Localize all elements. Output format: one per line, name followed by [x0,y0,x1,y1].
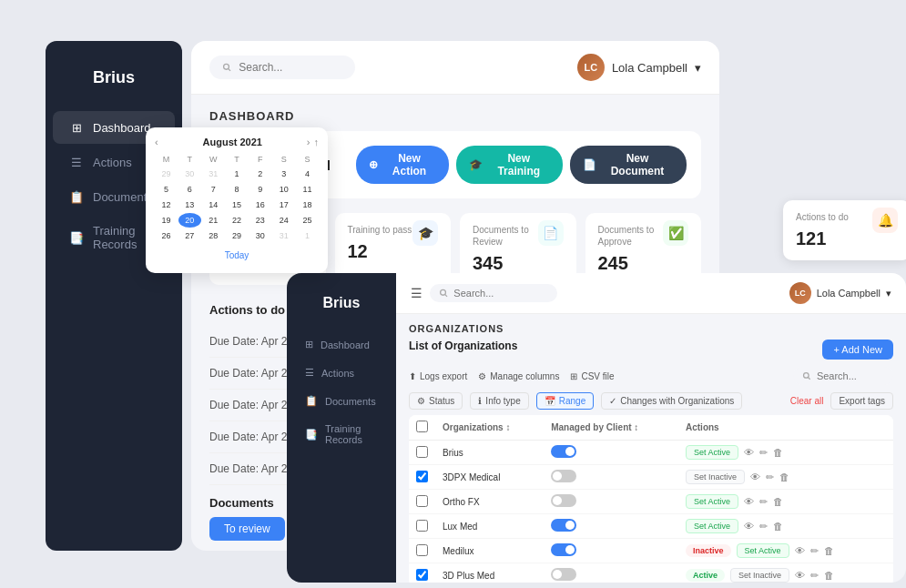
view-icon[interactable]: 👁 [795,570,805,581]
view-icon[interactable]: 👁 [744,496,754,507]
add-new-button[interactable]: + Add New [822,340,893,360]
delete-icon[interactable]: 🗑 [824,545,834,556]
org-table-search[interactable] [793,367,893,385]
calendar-day[interactable]: 15 [226,198,249,212]
calendar-day[interactable]: 5 [155,182,178,197]
manage-columns-button[interactable]: ⚙ Manage columns [478,371,559,381]
filter-status[interactable]: ⚙ Status [409,392,463,410]
edit-icon[interactable]: ✏ [810,570,819,582]
calendar-day[interactable]: 29 [155,167,178,181]
calendar-day[interactable]: 23 [249,213,271,228]
calendar-day[interactable]: 2 [249,167,271,181]
row-checkbox[interactable] [416,446,428,458]
delete-icon[interactable]: 🗑 [773,521,783,532]
calendar-day[interactable]: 25 [296,213,319,228]
filter-changes[interactable]: ✓ Changes with Organizations [601,392,742,410]
calendar-day[interactable]: 12 [155,198,178,212]
table-search-input[interactable] [817,370,884,381]
edit-icon[interactable]: ✏ [810,545,819,557]
calendar-day[interactable]: 28 [202,228,225,243]
calendar-day[interactable]: 4 [296,167,319,181]
managed-toggle[interactable] [551,568,576,581]
cal-next-button[interactable]: › [307,137,310,147]
search-input[interactable] [239,61,342,74]
set-active-button[interactable]: Set Active [686,445,738,460]
calendar-day[interactable]: 13 [178,198,201,212]
calendar-day[interactable]: 11 [296,182,319,197]
view-icon[interactable]: 👁 [744,521,754,532]
select-all-checkbox[interactable] [416,421,428,432]
edit-icon[interactable]: ✏ [759,496,768,508]
edit-icon[interactable]: ✏ [759,447,768,459]
edit-icon[interactable]: ✏ [759,521,768,532]
row-checkbox[interactable] [416,569,428,581]
new-action-button[interactable]: ⊕ New Action [356,146,450,184]
org-sidebar-item-training[interactable]: 📑 Training Records [292,416,391,452]
set-active-button[interactable]: Set Active [686,494,738,509]
calendar-day[interactable]: 30 [178,167,201,181]
calendar-day[interactable]: 16 [249,198,271,212]
hamburger-icon[interactable]: ☰ [411,286,422,300]
set-active-button[interactable]: Set Active [686,519,738,533]
calendar-day[interactable]: 26 [155,228,178,243]
export-tags-button[interactable]: Export tags [830,392,893,410]
calendar-day[interactable]: 27 [178,228,201,243]
org-search-box[interactable] [430,284,557,302]
clear-all-button[interactable]: Clear all [790,396,824,406]
calendar-day[interactable]: 21 [202,213,225,228]
today-button[interactable]: Today [155,247,319,264]
managed-toggle[interactable] [551,519,576,532]
row-checkbox[interactable] [416,495,428,507]
delete-icon[interactable]: 🗑 [824,570,834,581]
set-inactive-button[interactable]: Set Inactive [730,568,789,583]
row-checkbox[interactable] [416,520,428,532]
managed-toggle[interactable] [551,494,576,507]
calendar-day[interactable]: 1 [296,228,319,243]
set-inactive-button[interactable]: Set Inactive [686,470,745,484]
filter-info-type[interactable]: ℹ Info type [470,392,528,410]
new-document-button[interactable]: 📄 New Document [570,146,687,184]
calendar-day[interactable]: 14 [202,198,225,212]
managed-toggle[interactable] [551,445,576,458]
calendar-day[interactable]: 8 [226,182,249,197]
filter-range[interactable]: 📅 Range [536,392,594,410]
to-review-button[interactable]: To review [209,517,285,541]
delete-icon[interactable]: 🗑 [773,496,783,507]
calendar-day[interactable]: 29 [226,228,249,243]
calendar-day[interactable]: 3 [272,167,295,181]
calendar-day[interactable]: 17 [272,198,295,212]
calendar-day[interactable]: 6 [178,182,201,197]
calendar-day[interactable]: 10 [272,182,295,197]
view-icon[interactable]: 👁 [750,471,760,482]
csv-file-button[interactable]: ⊞ CSV file [570,371,614,381]
org-sidebar-item-actions[interactable]: ☰ Actions [292,360,391,386]
edit-icon[interactable]: ✏ [766,471,774,483]
calendar-day[interactable]: 30 [249,228,271,243]
new-training-button[interactable]: 🎓 New Training [456,146,563,184]
logs-export-button[interactable]: ⬆ Logs export [409,371,467,381]
calendar-day[interactable]: 19 [155,213,178,228]
calendar-day[interactable]: 31 [272,228,295,243]
calendar-day[interactable]: 24 [272,213,295,228]
org-search-input[interactable] [453,288,548,299]
calendar-day[interactable]: 7 [202,182,225,197]
cal-up-button[interactable]: ↑ [313,137,319,147]
org-sidebar-item-documents[interactable]: 📋 Documents [292,388,391,414]
managed-toggle[interactable] [551,470,576,482]
org-sidebar-item-dashboard[interactable]: ⊞ Dashboard [292,331,391,358]
calendar-day[interactable]: 22 [226,213,249,228]
cal-prev-button[interactable]: ‹ [155,137,158,147]
view-icon[interactable]: 👁 [795,545,805,556]
search-box[interactable] [209,56,355,79]
calendar-day[interactable]: 20 [178,213,201,228]
calendar-day[interactable]: 18 [296,198,319,212]
set-active-button[interactable]: Set Active [737,543,789,558]
row-checkbox[interactable] [416,471,428,482]
delete-icon[interactable]: 🗑 [779,471,789,482]
delete-icon[interactable]: 🗑 [773,447,783,458]
calendar-day[interactable]: 1 [226,167,249,181]
view-icon[interactable]: 👁 [744,447,754,458]
row-checkbox[interactable] [416,544,428,556]
calendar-day[interactable]: 31 [202,167,225,181]
calendar-day[interactable]: 9 [249,182,271,197]
